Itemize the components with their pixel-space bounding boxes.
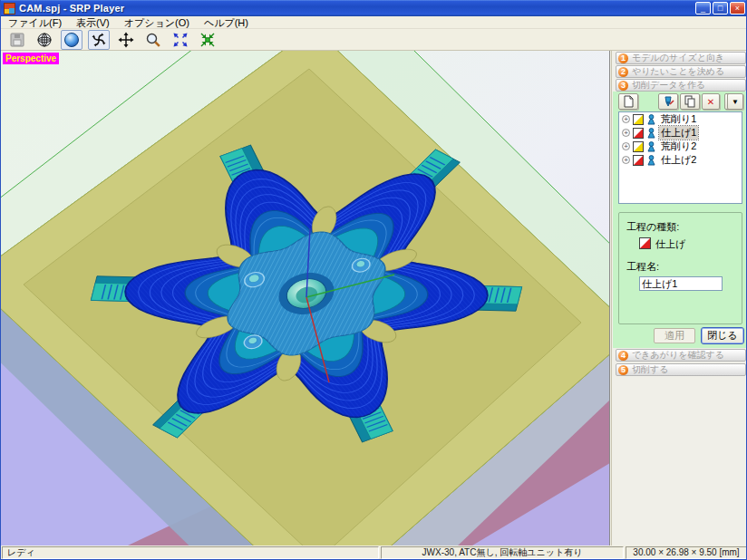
step-label: 切削データを作る [632, 79, 705, 92]
tool-icon [646, 155, 656, 166]
step-create-cutting-data[interactable]: 3 切削データを作る [616, 79, 746, 92]
status-ready: レディ [2, 546, 379, 559]
zoom-fit-button[interactable] [170, 30, 191, 50]
close-button[interactable]: × [730, 2, 745, 14]
expand-icon[interactable]: + [622, 115, 630, 123]
expand-arrows-icon [172, 32, 189, 48]
panel-footer [613, 377, 747, 546]
rotate-view-button[interactable] [88, 30, 110, 50]
app-icon [4, 3, 15, 14]
step-number-badge: 4 [618, 351, 628, 361]
menu-bar: ファイル(F) 表示(V) オプション(O) ヘルプ(H) [1, 16, 747, 29]
floppy-icon [9, 32, 25, 48]
process-type-label: 工程の種類: [626, 220, 679, 234]
expand-icon[interactable]: + [622, 156, 630, 164]
process-item-label: 仕上げ2 [659, 153, 698, 167]
title-bar[interactable]: CAM.spj - SRP Player _ □ × [1, 0, 747, 16]
zoom-view-button[interactable] [142, 30, 164, 50]
tool-icon [646, 114, 656, 125]
process-item-selected[interactable]: + 仕上げ1 [619, 126, 742, 140]
window-title: CAM.spj - SRP Player [19, 3, 124, 14]
toolbar [1, 29, 747, 51]
edit-tool-button[interactable] [658, 93, 678, 110]
minimize-button[interactable]: _ [695, 2, 711, 14]
finishing-type-icon [633, 128, 644, 139]
tool-icon [646, 141, 656, 152]
down-arrow-icon: ▼ [732, 98, 739, 106]
step-preview-result[interactable]: 4 できあがりを確認する [616, 349, 746, 362]
tool-icon [646, 128, 656, 139]
restore-button[interactable]: □ [713, 2, 728, 14]
globe-icon [36, 32, 53, 48]
step-number-badge: 2 [618, 67, 628, 77]
process-type-value: 仕上げ [655, 237, 685, 251]
collapse-arrows-icon [199, 32, 216, 48]
application-window: CAM.spj - SRP Player _ □ × ファイル(F) 表示(V)… [0, 0, 747, 560]
step-label: できあがりを確認する [632, 349, 724, 362]
delete-icon: ✕ [707, 97, 714, 107]
new-process-button[interactable] [618, 93, 638, 110]
menu-options[interactable]: オプション(O) [117, 16, 197, 29]
roughing-type-icon [633, 141, 644, 152]
pan-view-button[interactable] [115, 30, 137, 50]
status-bar: レディ JWX-30, ATC無し, 回転軸ユニット有り 30.00 × 26.… [1, 546, 747, 560]
task-panel: 1 モデルのサイズと向き 2 やりたいことを決める 3 切削データを作る ✕ ▲ [611, 51, 747, 546]
process-item[interactable]: + 仕上げ2 [619, 153, 742, 167]
zoom-center-button[interactable] [197, 30, 218, 50]
wireframe-view-button[interactable] [34, 30, 55, 50]
sphere-icon [63, 32, 80, 48]
menu-view[interactable]: 表示(V) [69, 16, 117, 29]
step-model-size[interactable]: 1 モデルのサイズと向き [616, 52, 746, 64]
roughing-type-icon [633, 114, 644, 125]
step-number-badge: 3 [618, 81, 628, 91]
status-machine: JWX-30, ATC無し, 回転軸ユニット有り [381, 546, 624, 559]
process-name-label: 工程名: [626, 260, 659, 274]
menu-file[interactable]: ファイル(F) [1, 16, 69, 29]
step-number-badge: 1 [618, 53, 628, 63]
step-choose-task[interactable]: 2 やりたいことを決める [616, 65, 746, 78]
process-item[interactable]: + 荒削り2 [619, 140, 742, 153]
process-item-label: 荒削り2 [659, 140, 698, 153]
process-list: + 荒削り1 + 仕上げ1 + 荒削り2 + 仕上げ2 [618, 111, 742, 204]
step-number-badge: 5 [618, 365, 628, 375]
move-down-button[interactable]: ▼ [727, 93, 743, 110]
expand-icon[interactable]: + [622, 129, 630, 137]
copy-process-button[interactable] [680, 93, 700, 110]
process-settings-group: 工程の種類: 仕上げ 工程名: [618, 212, 742, 324]
3d-scene [1, 51, 610, 546]
step-label: やりたいことを決める [632, 65, 724, 78]
close-panel-button[interactable]: 閉じる [701, 327, 744, 344]
milling-tool-icon [662, 95, 674, 108]
finishing-type-icon [633, 155, 644, 166]
status-dimensions: 30.00 × 26.98 × 9.50 [mm] [626, 546, 747, 559]
step-label: モデルのサイズと向き [632, 52, 724, 64]
menu-help[interactable]: ヘルプ(H) [197, 16, 256, 29]
rotate-icon [91, 32, 107, 48]
save-button[interactable] [6, 30, 28, 50]
delete-process-button[interactable]: ✕ [702, 93, 720, 110]
magnifier-icon [145, 32, 161, 48]
step-label: 切削する [632, 363, 668, 376]
copy-icon [684, 95, 696, 108]
shaded-view-button[interactable] [61, 30, 82, 50]
new-document-icon [623, 95, 635, 108]
process-item[interactable]: + 荒削り1 [619, 112, 742, 126]
step-cut[interactable]: 5 切削する [616, 363, 746, 376]
projection-label: Perspective [3, 53, 59, 64]
finishing-type-icon [639, 237, 651, 249]
process-item-label: 荒削り1 [659, 112, 698, 126]
process-name-input[interactable] [639, 276, 723, 291]
viewport-3d[interactable]: Perspective [1, 51, 610, 546]
process-item-label: 仕上げ1 [659, 126, 698, 140]
apply-button[interactable]: 適用 [654, 328, 695, 343]
pan-icon [118, 32, 134, 48]
expand-icon[interactable]: + [622, 142, 630, 150]
